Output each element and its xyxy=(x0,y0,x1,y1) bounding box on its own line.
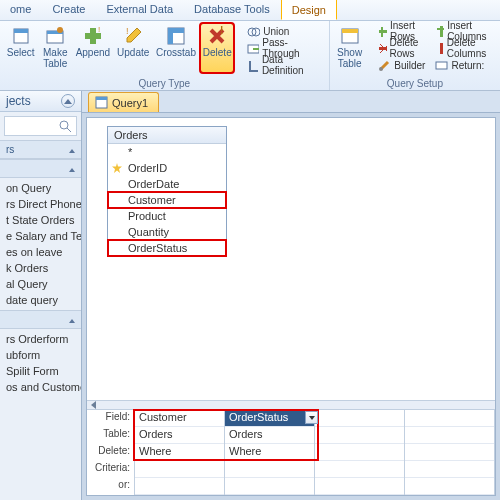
nav-header[interactable]: jects xyxy=(0,91,81,112)
group-title-query-type: Query Type xyxy=(4,77,325,90)
tab-create[interactable]: Create xyxy=(42,0,96,20)
svg-rect-17 xyxy=(342,29,358,33)
nav-item[interactable]: k Orders xyxy=(0,260,81,276)
nav-section-forms[interactable] xyxy=(0,310,81,329)
ribbon: Select Make Table ! Append ! Update Cros… xyxy=(0,21,500,91)
qbe-cell[interactable]: Where xyxy=(225,444,314,461)
field-customer[interactable]: Customer xyxy=(108,192,226,208)
qbe-label: Delete: xyxy=(87,444,134,461)
make-table-button[interactable]: Make Table xyxy=(39,23,71,73)
qbe-cell[interactable] xyxy=(315,461,404,478)
append-icon: ! xyxy=(83,26,103,46)
qbe-cell[interactable]: Orders xyxy=(135,427,224,444)
navigation-pane: jects rs on Queryrs Direct Phone Queryt … xyxy=(0,91,82,500)
nav-item[interactable]: al Query xyxy=(0,276,81,292)
builder-icon xyxy=(378,59,391,72)
nav-item[interactable]: Spilit Form xyxy=(0,363,81,379)
nav-item[interactable]: t State Orders xyxy=(0,212,81,228)
update-button[interactable]: ! Update xyxy=(115,23,152,73)
show-table-button[interactable]: Show Table xyxy=(334,23,366,73)
svg-rect-1 xyxy=(14,29,28,33)
select-button[interactable]: Select xyxy=(4,23,37,73)
delete-button[interactable]: ! Delete xyxy=(200,23,234,73)
document-tabs: Query1 xyxy=(82,91,500,113)
delete-rows-icon xyxy=(378,42,386,55)
svg-text:!: ! xyxy=(98,26,100,34)
qbe-column[interactable]: OrderStatusOrdersWhere xyxy=(225,410,315,495)
design-canvas[interactable]: Orders *OrderIDOrderDateCustomerProductQ… xyxy=(87,118,495,400)
qbe-cell[interactable] xyxy=(225,478,314,495)
qbe-label: Table: xyxy=(87,427,134,444)
make-table-icon xyxy=(45,26,65,46)
qbe-cell[interactable] xyxy=(315,427,404,444)
nav-item[interactable]: date query xyxy=(0,292,81,308)
delete-icon: ! xyxy=(207,26,227,46)
qbe-cell[interactable]: Orders xyxy=(225,427,314,444)
delete-columns-button[interactable]: Delete Columns xyxy=(431,40,496,56)
nav-section-tables[interactable]: rs xyxy=(0,140,81,159)
update-icon: ! xyxy=(123,26,143,46)
tab-home[interactable]: ome xyxy=(0,0,42,20)
qbe-cell[interactable] xyxy=(225,461,314,478)
delete-columns-icon xyxy=(435,42,443,55)
return-button[interactable]: Return: xyxy=(431,57,496,73)
svg-text:!: ! xyxy=(220,26,223,36)
qbe-cell[interactable]: OrderStatus xyxy=(225,410,314,427)
svg-rect-21 xyxy=(440,26,443,37)
field-product[interactable]: Product xyxy=(108,208,226,224)
field-orderdate[interactable]: OrderDate xyxy=(108,176,226,192)
field-quantity[interactable]: Quantity xyxy=(108,224,226,240)
svg-rect-22 xyxy=(440,43,443,54)
query-tab[interactable]: Query1 xyxy=(88,92,159,112)
svg-rect-23 xyxy=(436,62,447,69)
qbe-cell[interactable] xyxy=(405,427,494,444)
svg-point-20 xyxy=(379,67,383,71)
qbe-cell[interactable] xyxy=(315,410,404,427)
svg-text:!: ! xyxy=(126,26,129,36)
nav-item[interactable]: rs Orderform xyxy=(0,331,81,347)
qbe-cell[interactable]: Where xyxy=(135,444,224,461)
append-button[interactable]: ! Append xyxy=(73,23,112,73)
group-query-type: Select Make Table ! Append ! Update Cros… xyxy=(0,21,330,90)
field-*[interactable]: * xyxy=(108,144,226,160)
qbe-cell[interactable] xyxy=(405,410,494,427)
svg-point-24 xyxy=(60,121,68,129)
tab-design[interactable]: Design xyxy=(281,0,337,20)
field-orderid[interactable]: OrderID xyxy=(108,160,226,176)
qbe-column[interactable] xyxy=(405,410,495,495)
nav-item[interactable]: ubform xyxy=(0,347,81,363)
splitter[interactable] xyxy=(87,400,495,410)
qbe-cell[interactable] xyxy=(405,478,494,495)
field-dropdown[interactable] xyxy=(305,411,318,424)
data-definition-button[interactable]: Data Definition xyxy=(243,57,324,73)
qbe-column[interactable] xyxy=(315,410,405,495)
qbe-cell[interactable] xyxy=(135,478,224,495)
qbe-cell[interactable] xyxy=(315,478,404,495)
builder-button[interactable]: Builder xyxy=(374,57,429,73)
svg-rect-11 xyxy=(168,28,173,44)
insert-rows-icon xyxy=(378,25,387,38)
nav-item[interactable]: rs Direct Phone Query xyxy=(0,196,81,212)
table-title[interactable]: Orders xyxy=(108,127,226,144)
crosstab-button[interactable]: Crosstab xyxy=(154,23,198,73)
collapse-icon[interactable] xyxy=(61,94,75,108)
qbe-column[interactable]: CustomerOrdersWhere xyxy=(135,410,225,495)
ribbon-tabs: ome Create External Data Database Tools … xyxy=(0,0,500,21)
qbe-cell[interactable] xyxy=(315,444,404,461)
nav-item[interactable]: e Salary and Tenure Q... xyxy=(0,228,81,244)
nav-section-queries[interactable] xyxy=(0,159,81,178)
qbe-cell[interactable]: Customer xyxy=(135,410,224,427)
tab-database-tools[interactable]: Database Tools xyxy=(184,0,281,20)
qbe-cell[interactable] xyxy=(135,461,224,478)
nav-item[interactable]: es on leave xyxy=(0,244,81,260)
field-orderstatus[interactable]: OrderStatus xyxy=(108,240,226,256)
nav-item[interactable]: os and Customer form xyxy=(0,379,81,395)
qbe-cell[interactable] xyxy=(405,461,494,478)
qbe-label: Criteria: xyxy=(87,461,134,478)
qbe-cell[interactable] xyxy=(405,444,494,461)
nav-item[interactable]: on Query xyxy=(0,180,81,196)
table-orders[interactable]: Orders *OrderIDOrderDateCustomerProductQ… xyxy=(107,126,227,257)
delete-rows-button[interactable]: Delete Rows xyxy=(374,40,429,56)
tab-external-data[interactable]: External Data xyxy=(96,0,184,20)
search-input[interactable] xyxy=(4,116,77,136)
